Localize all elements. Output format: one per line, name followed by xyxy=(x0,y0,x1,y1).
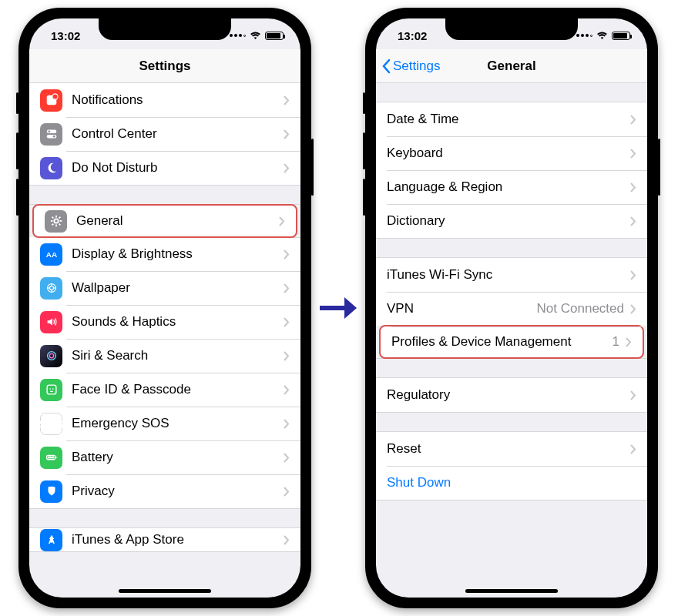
back-button[interactable]: Settings xyxy=(381,49,440,82)
svg-text:AA: AA xyxy=(45,250,56,259)
general-row-vpn[interactable]: VPN Not Connected xyxy=(376,292,647,326)
general-row-itunes-wifi-sync[interactable]: iTunes Wi-Fi Sync xyxy=(376,258,647,292)
sounds-haptics-label: Sounds & Haptics xyxy=(72,314,284,330)
settings-row-battery[interactable]: Battery xyxy=(29,440,300,474)
do-not-disturb-icon xyxy=(40,157,62,179)
chevron-right-icon xyxy=(284,249,290,259)
settings-list[interactable]: Notifications Control Center Do Not Dist… xyxy=(29,83,300,598)
itunes-wifi-sync-label: iTunes Wi-Fi Sync xyxy=(387,267,630,283)
nav-title: General xyxy=(487,59,535,74)
regulatory-label: Regulatory xyxy=(387,387,630,403)
svg-rect-28 xyxy=(55,457,56,458)
chevron-right-icon xyxy=(284,487,290,497)
nav-bar: Settings xyxy=(29,49,300,83)
privacy-icon xyxy=(40,480,62,503)
itunes-app-store-label: iTunes & App Store xyxy=(72,532,284,547)
screen: 13:02 Settings Notifications xyxy=(29,18,300,598)
chevron-right-icon xyxy=(630,216,636,226)
general-row-language-region[interactable]: Language & Region xyxy=(376,170,647,204)
chevron-right-icon xyxy=(630,444,636,454)
settings-row-itunes-app-store[interactable]: A iTunes & App Store xyxy=(29,528,300,551)
settings-row-emergency-sos[interactable]: SOS Emergency SOS xyxy=(29,407,300,440)
general-group-4: Reset Shut Down xyxy=(376,431,647,500)
notifications-icon xyxy=(40,89,62,112)
notch xyxy=(445,18,578,40)
siri-search-label: Siri & Search xyxy=(72,348,284,363)
chevron-right-icon xyxy=(284,283,290,293)
silent-switch xyxy=(363,92,365,114)
general-row-keyboard[interactable]: Keyboard xyxy=(376,136,647,170)
settings-row-notifications[interactable]: Notifications xyxy=(29,83,300,117)
svg-text:A: A xyxy=(48,535,55,545)
settings-group-2: General AA Display & Brightness Wallpape… xyxy=(29,204,300,509)
silent-switch xyxy=(16,92,18,114)
svg-point-23 xyxy=(49,353,53,357)
settings-row-general[interactable]: General xyxy=(32,204,297,238)
status-time: 13:02 xyxy=(51,29,80,42)
general-group-3: Regulatory xyxy=(376,377,647,413)
svg-point-17 xyxy=(49,286,53,290)
chevron-right-icon xyxy=(284,129,290,139)
nav-title: Settings xyxy=(139,59,190,74)
emergency-sos-icon: SOS xyxy=(40,413,62,435)
volume-down-button xyxy=(16,179,18,216)
reset-label: Reset xyxy=(387,441,630,457)
display-brightness-icon: AA xyxy=(40,243,62,266)
home-indicator[interactable] xyxy=(465,589,558,593)
chevron-right-icon xyxy=(284,317,290,327)
settings-row-face-id-passcode[interactable]: Face ID & Passcode xyxy=(29,373,300,407)
chevron-right-icon xyxy=(630,182,636,192)
general-label: General xyxy=(76,213,279,229)
general-row-regulatory[interactable]: Regulatory xyxy=(376,378,647,412)
face-id-passcode-label: Face ID & Passcode xyxy=(72,382,284,397)
settings-row-control-center[interactable]: Control Center xyxy=(29,117,300,151)
chevron-left-icon xyxy=(381,59,391,74)
general-icon xyxy=(45,210,67,233)
chevron-right-icon xyxy=(279,216,285,226)
svg-point-1 xyxy=(52,94,57,99)
side-button xyxy=(311,139,314,196)
phone-general: 13:02 Settings General Date & Time xyxy=(365,8,658,608)
svg-point-5 xyxy=(52,136,55,138)
svg-line-12 xyxy=(59,224,60,226)
settings-group-3: A iTunes & App Store xyxy=(29,527,300,552)
settings-row-siri-search[interactable]: Siri & Search xyxy=(29,339,300,373)
chevron-right-icon xyxy=(626,337,632,347)
wallpaper-icon xyxy=(40,277,62,300)
settings-row-privacy[interactable]: Privacy xyxy=(29,474,300,508)
itunes-app-store-icon: A xyxy=(40,529,62,551)
chevron-right-icon xyxy=(630,304,636,314)
siri-search-icon xyxy=(40,345,62,367)
general-group-2: iTunes Wi-Fi Sync VPN Not Connected Prof… xyxy=(376,257,647,359)
settings-row-wallpaper[interactable]: Wallpaper xyxy=(29,271,300,305)
status-time: 13:02 xyxy=(398,29,427,42)
side-button xyxy=(658,139,660,196)
general-row-reset[interactable]: Reset xyxy=(376,432,647,466)
svg-rect-24 xyxy=(47,385,56,394)
chevron-right-icon xyxy=(630,390,636,400)
general-row-date-time[interactable]: Date & Time xyxy=(376,102,647,136)
cellular-icon xyxy=(576,34,592,37)
battery-icon xyxy=(265,32,284,40)
cellular-icon xyxy=(230,34,246,37)
general-list[interactable]: Date & Time Keyboard Language & Region D… xyxy=(376,83,647,598)
chevron-right-icon xyxy=(630,270,636,280)
chevron-right-icon xyxy=(284,351,290,361)
settings-row-do-not-disturb[interactable]: Do Not Disturb xyxy=(29,151,300,185)
status-right xyxy=(230,32,284,40)
emergency-sos-label: Emergency SOS xyxy=(72,416,284,431)
profiles-device-management-value: 1 xyxy=(613,334,619,350)
settings-row-sounds-haptics[interactable]: Sounds & Haptics xyxy=(29,305,300,339)
home-indicator[interactable] xyxy=(119,589,211,593)
svg-point-25 xyxy=(49,388,51,390)
control-center-icon xyxy=(40,123,62,146)
svg-point-3 xyxy=(48,130,50,132)
general-row-dictionary[interactable]: Dictionary xyxy=(376,204,647,238)
general-row-shut-down[interactable]: Shut Down xyxy=(376,466,647,500)
wallpaper-label: Wallpaper xyxy=(72,280,284,296)
keyboard-label: Keyboard xyxy=(387,146,630,161)
general-row-profiles-device-management[interactable]: Profiles & Device Management 1 xyxy=(379,325,644,359)
vpn-value: Not Connected xyxy=(537,301,624,316)
settings-row-display-brightness[interactable]: AA Display & Brightness xyxy=(29,237,300,271)
wifi-icon xyxy=(596,32,608,40)
